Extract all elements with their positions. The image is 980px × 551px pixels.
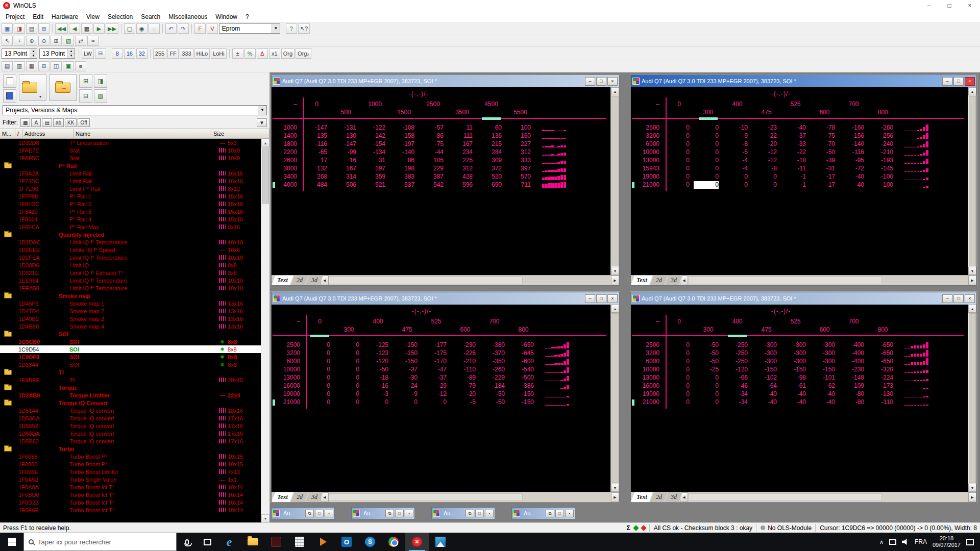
map-cell[interactable]: 0 <box>694 398 719 406</box>
map-row[interactable]: 1D2FEALimit IQ f° Temperature10x10 <box>0 254 261 261</box>
chevron-down-icon[interactable]: ▼ <box>258 106 266 115</box>
scroll-up-icon[interactable]: ▲ <box>261 139 270 147</box>
map-cell[interactable]: 0 <box>694 173 719 181</box>
map-cell[interactable]: -210 <box>868 148 893 156</box>
map-cell[interactable]: 0 <box>665 157 690 164</box>
last-version-button[interactable]: ▶▶ <box>106 23 118 34</box>
map-folder-row[interactable]: Torque IQ Convert <box>0 399 261 407</box>
map-cell[interactable]: 711 <box>506 181 531 189</box>
map-cell[interactable]: -80 <box>839 390 864 398</box>
map-cell[interactable]: -47 <box>422 366 447 373</box>
map-cell[interactable]: 0 <box>694 148 719 156</box>
map-cell[interactable]: -12 <box>752 148 777 156</box>
map-cell[interactable]: 0 <box>334 374 359 382</box>
map-cell[interactable]: -17 <box>810 181 835 189</box>
map-cell[interactable]: 0 <box>665 398 690 406</box>
map-cell[interactable]: -350 <box>480 358 505 365</box>
spin-up-icon[interactable]: ▴ <box>68 49 75 54</box>
map-cell[interactable]: 0 <box>694 374 719 382</box>
scroll-down-icon[interactable]: ▼ <box>261 514 270 522</box>
minimized-window[interactable]: Au...⧉□× <box>511 507 575 519</box>
map-cell[interactable]: -370 <box>480 349 505 357</box>
map-cell[interactable]: -75 <box>810 132 835 140</box>
map-cell[interactable]: -650 <box>868 349 893 357</box>
bookmark-button[interactable]: ▣ <box>63 61 74 71</box>
map-cell[interactable]: 0 <box>665 358 690 365</box>
map-window[interactable]: Audi Q7 (Audi Q7 3.0 TDI 233 MP+EGR 2007… <box>630 292 977 503</box>
map-cell[interactable]: -66 <box>723 374 748 382</box>
map-cell[interactable]: 167 <box>448 140 473 148</box>
map-cell[interactable]: 0 <box>393 398 418 406</box>
map-cell[interactable]: -99 <box>331 148 356 156</box>
map-cell[interactable]: -173 <box>868 382 893 390</box>
scroll-down-icon[interactable]: ▼ <box>968 267 976 275</box>
map-row[interactable]: 1F8664P° Rail 415x16 <box>0 215 261 223</box>
map-cell[interactable]: 0 <box>665 124 690 132</box>
restore-button[interactable]: ⧉ <box>546 510 554 517</box>
map-row[interactable]: 1C9CB0SOI∗8x8 <box>0 338 261 345</box>
select-rows-button[interactable]: ▤ <box>2 61 13 71</box>
vertical-scrollbar[interactable]: ▲▼ <box>610 87 619 275</box>
map-row[interactable]: 1F7F98P° Rail 115x16 <box>0 192 261 200</box>
minimized-window[interactable]: Au...⧉□× <box>351 507 415 519</box>
close-button[interactable]: × <box>607 77 618 86</box>
map-cell[interactable]: -300 <box>810 358 835 365</box>
map-cell[interactable]: -24 <box>393 382 418 390</box>
map-list[interactable]: 1D32D8T° Linearisation—5x31FAE7EStat10x9… <box>0 139 261 522</box>
map-cell[interactable]: -300 <box>810 341 835 349</box>
taskbar-search[interactable]: Taper ici pour rechercher <box>23 533 177 551</box>
maximize-button[interactable]: □ <box>953 294 964 303</box>
map-cell[interactable]: -250 <box>723 349 748 357</box>
map-cell[interactable]: -300 <box>781 341 806 349</box>
map-cell[interactable]: 0 <box>422 398 447 406</box>
map-cell[interactable]: -50 <box>694 341 719 349</box>
map-cell[interactable]: -123 <box>363 349 388 357</box>
scroll-up-icon[interactable]: ▲ <box>968 87 976 95</box>
view-tab-text[interactable]: Text <box>631 276 653 285</box>
map-cell[interactable]: -400 <box>839 341 864 349</box>
map-cell[interactable]: 284 <box>477 148 502 156</box>
volume-icon[interactable] <box>902 539 909 545</box>
map-cell[interactable]: -61 <box>781 382 806 390</box>
map-row[interactable]: 1D2DACLimit IQ f° Temperature10x10 <box>0 238 261 246</box>
map-cell[interactable]: -9 <box>393 390 418 398</box>
map-cell[interactable]: -95 <box>839 157 864 164</box>
map-cell[interactable]: -37 <box>422 374 447 382</box>
map-cell[interactable]: -645 <box>509 349 534 357</box>
map-cell[interactable]: -34 <box>723 398 748 406</box>
map-cell[interactable]: -150 <box>810 366 835 373</box>
skype-taskbar-button[interactable]: S <box>358 533 382 551</box>
map-cell[interactable]: 314 <box>331 173 356 181</box>
map-cell[interactable]: 372 <box>477 165 502 172</box>
factor-button[interactable]: x1 <box>269 48 280 59</box>
map-cell[interactable]: -300 <box>752 358 777 365</box>
map-cell[interactable]: 105 <box>419 157 444 164</box>
close-button[interactable]: × <box>325 510 333 517</box>
map-cell[interactable]: 0 <box>694 132 719 140</box>
map-cell[interactable]: -197 <box>389 140 414 148</box>
scroll-right-icon[interactable]: ▶ <box>968 276 976 285</box>
sync-windows-button[interactable]: ≈ <box>87 36 99 46</box>
map-cell[interactable]: -250 <box>723 341 748 349</box>
map-cell[interactable]: -20 <box>752 140 777 148</box>
map-window[interactable]: Audi Q7 (Audi Q7 3.0 TDI 233 MP+EGR 2007… <box>271 292 620 503</box>
map-window-titlebar[interactable]: Audi Q7 (Audi Q7 3.0 TDI 233 MP+EGR 2007… <box>631 292 976 305</box>
prev-version-button[interactable]: ◀ <box>69 23 80 34</box>
interpolation-y-spinner[interactable]: 13 Point▴▾ <box>39 48 75 59</box>
map-cell[interactable]: -160 <box>839 124 864 132</box>
map-cell[interactable]: 383 <box>389 173 414 181</box>
map-cell[interactable]: -386 <box>509 382 534 390</box>
mode-ff-button[interactable]: FF <box>167 48 179 59</box>
map-cell[interactable]: -25 <box>694 366 719 373</box>
map-window-titlebar[interactable]: Audi Q7 (Audi Q7 3.0 TDI 233 MP+EGR 2007… <box>272 75 619 87</box>
close-button[interactable]: × <box>965 294 975 303</box>
map-cell[interactable]: -57 <box>419 124 444 132</box>
minimized-window[interactable]: Au...⧉□× <box>431 507 495 519</box>
maximize-button[interactable]: □ <box>475 510 484 517</box>
interpolation-x-spinner[interactable]: 13 Point▴▾ <box>2 48 37 59</box>
map-cell[interactable]: -50 <box>363 366 388 373</box>
map-cell[interactable]: -5 <box>451 398 476 406</box>
map-cell[interactable]: -22 <box>752 132 777 140</box>
map-row[interactable]: 1F73BCLimit Rail16x16 <box>0 177 261 185</box>
map-cell[interactable]: 0 <box>363 398 388 406</box>
